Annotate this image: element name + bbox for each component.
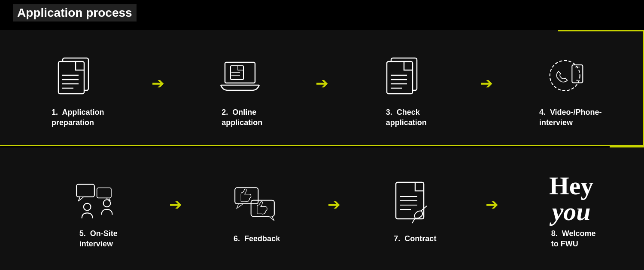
interview-icon	[75, 173, 118, 224]
arrow-3: ➔	[480, 74, 493, 92]
svg-rect-24	[97, 188, 111, 198]
step-1-label: 1. Applicationpreparation	[47, 107, 104, 128]
svg-rect-21	[77, 184, 95, 197]
hey-you-text: Hey you	[549, 173, 593, 224]
phone-video-icon	[547, 52, 590, 103]
bottom-row: 5. On-Siteinterview ➔ 6. Feedback ➔	[0, 147, 644, 270]
step-7-label: 7. Contract	[389, 234, 436, 244]
arrow-4: ➔	[169, 196, 182, 214]
step-8-label: 8. Welcometo FWU	[547, 229, 596, 249]
welcome-icon: Hey you	[550, 173, 593, 224]
step-3: 3. Checkapplication	[328, 47, 480, 128]
svg-point-23	[103, 200, 111, 207]
step-3-label: 3. Checkapplication	[382, 107, 427, 128]
arrow-1: ➔	[152, 74, 164, 92]
svg-rect-12	[387, 61, 413, 94]
step-2: 2. Onlineapplication	[164, 47, 316, 128]
step-8: Hey you 8. Welcometo FWU	[498, 169, 644, 249]
top-right-border	[610, 30, 644, 31]
document-icon	[54, 52, 97, 103]
feedback-icon	[233, 178, 276, 230]
svg-point-22	[84, 203, 91, 211]
top-row: 1. Applicationpreparation ➔ 2. Onlineapp…	[0, 30, 644, 146]
step-4: 4. Video-/Phone-interview	[493, 47, 644, 128]
arrow-2: ➔	[316, 74, 328, 92]
step-1: 1. Applicationpreparation	[0, 47, 152, 128]
bottom-right-border	[610, 146, 644, 147]
svg-rect-1	[58, 61, 84, 94]
step-6-label: 6. Feedback	[229, 234, 280, 244]
step-5-label: 5. On-Siteinterview	[75, 229, 118, 249]
contract-icon	[392, 178, 434, 230]
step-2-label: 2. Onlineapplication	[217, 107, 262, 128]
laptop-icon	[219, 52, 261, 103]
bracket-right	[627, 30, 644, 145]
arrow-5: ➔	[328, 196, 340, 214]
step-4-label: 4. Video-/Phone-interview	[535, 107, 602, 128]
step-7: 7. Contract	[340, 174, 486, 244]
step-5: 5. On-Siteinterview	[0, 169, 169, 249]
step-6: 6. Feedback	[182, 174, 328, 244]
page-title: Application process	[13, 4, 137, 21]
document-check-icon	[383, 52, 425, 103]
arrow-6: ➔	[486, 196, 498, 214]
